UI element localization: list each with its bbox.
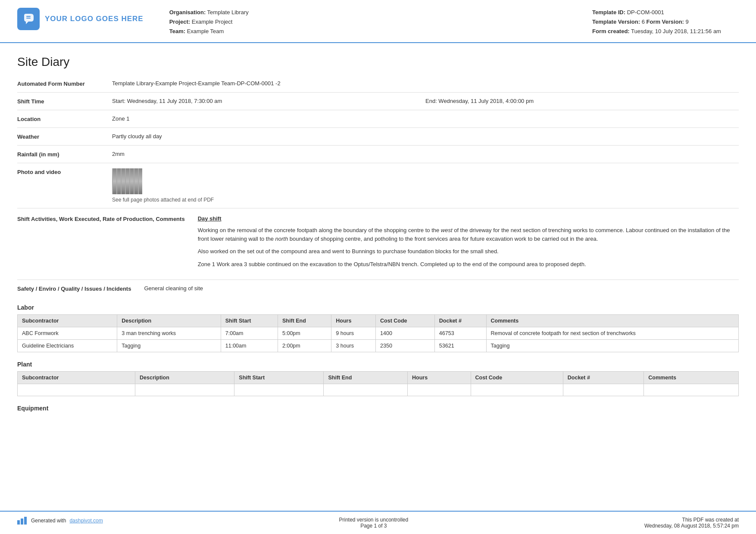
footer-left: Generated with dashpivot.com (17, 517, 103, 525)
labor-col-subcontractor: Subcontractor (18, 315, 117, 327)
safety-value: General cleaning of site (144, 285, 739, 292)
labor-col-shift-start: Shift Start (221, 315, 278, 327)
labor-hours: 3 hours (331, 340, 376, 352)
labor-shift-end: 2:00pm (278, 340, 331, 352)
plant-subcontractor (18, 384, 135, 396)
labor-col-hours: Hours (331, 315, 376, 327)
team-value: Example Team (187, 28, 224, 34)
logo-text: YOUR LOGO GOES HERE (45, 15, 144, 23)
plant-cost-code (471, 384, 563, 396)
logo-icon (17, 8, 40, 30)
project-row: Project: Example Project (169, 17, 592, 27)
page-info: Page 1 of 3 (339, 523, 408, 529)
labor-docket: 53621 (434, 340, 486, 352)
weather-row: Weather Partly cloudy all day (17, 130, 739, 143)
automated-form-label: Automated Form Number (17, 80, 112, 87)
plant-table-header-row: Subcontractor Description Shift Start Sh… (18, 372, 739, 384)
activities-label: Shift Activities, Work Executed, Rate of… (17, 215, 198, 222)
shift-start-value: Start: Wednesday, 11 July 2018, 7:30:00 … (112, 98, 425, 104)
rainfall-value: 2mm (112, 151, 739, 157)
pdf-created-value: Wednesday, 08 August 2018, 5:57:24 pm (644, 523, 739, 529)
dashpivot-icon (17, 517, 28, 525)
photo-label: Photo and video (17, 168, 112, 175)
automated-form-row: Automated Form Number Template Library-E… (17, 77, 739, 90)
labor-table-header-row: Subcontractor Description Shift Start Sh… (18, 315, 739, 327)
shift-time-row: Shift Time Start: Wednesday, 11 July 201… (17, 94, 739, 108)
activities-para2: Also worked on the set out of the compou… (198, 247, 739, 256)
labor-col-shift-end: Shift End (278, 315, 331, 327)
labor-docket: 46753 (434, 327, 486, 340)
rainfall-label: Rainfall (in mm) (17, 151, 112, 158)
day-shift-heading: Day shift (198, 215, 739, 222)
location-value: Zone 1 (112, 115, 739, 122)
table-row (18, 384, 739, 396)
labor-description: Tagging (117, 340, 221, 352)
labor-subcontractor: ABC Formwork (18, 327, 117, 340)
plant-heading: Plant (17, 361, 739, 368)
template-id-label: Template ID: (592, 9, 625, 16)
labor-col-description: Description (117, 315, 221, 327)
location-row: Location Zone 1 (17, 112, 739, 126)
form-version-label: Form Version: (647, 19, 684, 25)
project-value: Example Project (192, 19, 233, 25)
location-label: Location (17, 115, 112, 122)
labor-shift-start: 7:00am (221, 327, 278, 340)
plant-shift-start (234, 384, 324, 396)
labor-col-comments: Comments (486, 315, 738, 327)
footer-center: Printed version is uncontrolled Page 1 o… (339, 517, 408, 529)
plant-table: Subcontractor Description Shift Start Sh… (17, 371, 739, 396)
generated-with-text: Generated with (31, 518, 66, 524)
plant-col-subcontractor: Subcontractor (18, 372, 135, 384)
activities-row: Shift Activities, Work Executed, Rate of… (17, 210, 739, 278)
plant-description (135, 384, 234, 396)
shift-end-value: End: Wednesday, 11 July 2018, 4:00:00 pm (425, 98, 739, 104)
labor-heading: Labor (17, 304, 739, 311)
plant-col-cost-code: Cost Code (471, 372, 563, 384)
template-version-row: Template Version: 6 Form Version: 9 (592, 17, 739, 27)
template-version-value: 6 (642, 19, 645, 25)
activities-para3: Zone 1 Work area 3 subbie continued on t… (198, 260, 739, 269)
labor-hours: 9 hours (331, 327, 376, 340)
labor-col-docket: Docket # (434, 315, 486, 327)
photo-row: Photo and video See full page photos att… (17, 165, 739, 206)
plant-hours (408, 384, 471, 396)
page-header: YOUR LOGO GOES HERE Organisation: Templa… (0, 0, 756, 43)
photo-content: See full page photos attached at end of … (112, 168, 739, 203)
shift-time-values: Start: Wednesday, 11 July 2018, 7:30:00 … (112, 98, 739, 104)
table-row: Guideline Electricians Tagging 11:00am 2… (18, 340, 739, 352)
activities-content: Day shift Working on the removal of the … (198, 215, 739, 273)
rainfall-row: Rainfall (in mm) 2mm (17, 147, 739, 161)
template-id-row: Template ID: DP-COM-0001 (592, 8, 739, 17)
plant-col-docket: Docket # (563, 372, 644, 384)
header-org: Organisation: Template Library Project: … (144, 8, 592, 36)
labor-shift-start: 11:00am (221, 340, 278, 352)
plant-col-comments: Comments (644, 372, 739, 384)
template-id-value: DP-COM-0001 (627, 9, 664, 16)
labor-shift-end: 5:00pm (278, 327, 331, 340)
labor-subcontractor: Guideline Electricians (18, 340, 117, 352)
labor-table: Subcontractor Description Shift Start Sh… (17, 314, 739, 352)
weather-value: Partly cloudy all day (112, 133, 739, 140)
activities-para1: Working on the removal of the concrete f… (198, 226, 739, 243)
labor-description: 3 man trenching works (117, 327, 221, 340)
photo-caption: See full page photos attached at end of … (112, 197, 739, 203)
dashpivot-link[interactable]: dashpivot.com (69, 518, 103, 524)
safety-label: Safety / Enviro / Quality / Issues / Inc… (17, 285, 144, 292)
safety-row: Safety / Enviro / Quality / Issues / Inc… (17, 282, 739, 295)
form-created-label: Form created: (592, 28, 630, 34)
org-label: Organisation: (169, 9, 206, 16)
weather-label: Weather (17, 133, 112, 140)
form-created-row: Form created: Tuesday, 10 July 2018, 11:… (592, 27, 739, 36)
labor-cost-code: 1400 (376, 327, 435, 340)
team-row: Team: Example Team (169, 27, 592, 36)
team-label: Team: (169, 28, 185, 34)
print-notice: Printed version is uncontrolled (339, 517, 408, 523)
plant-col-shift-end: Shift End (324, 372, 408, 384)
labor-comments: Removal of concrete footpath for next se… (486, 327, 738, 340)
shift-time-label: Shift Time (17, 98, 112, 105)
plant-comments (644, 384, 739, 396)
labor-comments: Tagging (486, 340, 738, 352)
template-version-label: Template Version: (592, 19, 640, 25)
pdf-created-label: This PDF was created at (644, 517, 739, 523)
main-content: Site Diary Automated Form Number Templat… (0, 43, 756, 412)
